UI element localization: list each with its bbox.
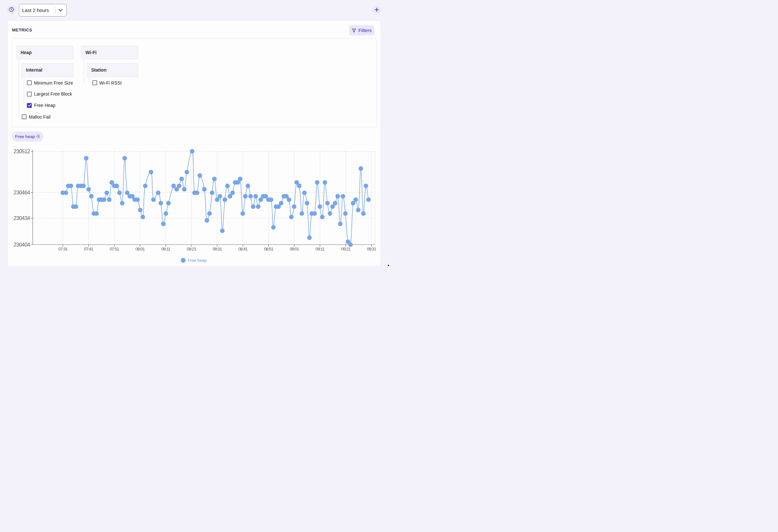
- svg-text:08:21: 08:21: [187, 246, 196, 251]
- svg-text:09:21: 09:21: [341, 246, 351, 251]
- svg-text:08:51: 08:51: [264, 246, 274, 251]
- svg-text:230434: 230434: [14, 216, 30, 221]
- svg-text:07:51: 07:51: [110, 246, 119, 251]
- svg-text:08:41: 08:41: [238, 246, 248, 251]
- svg-text:08:01: 08:01: [135, 246, 145, 251]
- svg-text:07:31: 07:31: [58, 246, 68, 251]
- svg-text:230464: 230464: [14, 190, 30, 196]
- svg-text:230512: 230512: [14, 149, 30, 154]
- svg-text:09:11: 09:11: [315, 246, 324, 251]
- svg-text:09:31: 09:31: [367, 246, 376, 251]
- svg-text:07:41: 07:41: [84, 246, 93, 251]
- svg-text:08:11: 08:11: [161, 246, 170, 251]
- svg-text:230404: 230404: [14, 242, 30, 247]
- svg-text:08:31: 08:31: [213, 246, 222, 251]
- svg-text:09:01: 09:01: [290, 246, 299, 251]
